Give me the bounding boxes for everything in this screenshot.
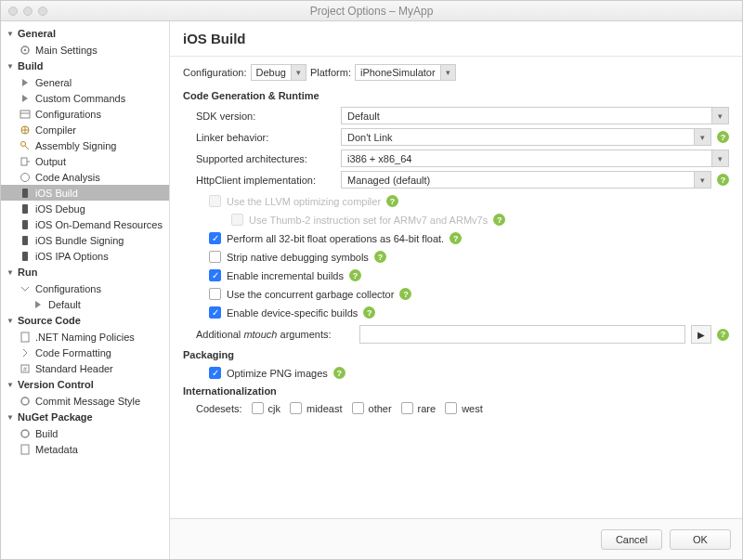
sidebar-item-configurations[interactable]: Configurations	[1, 106, 169, 122]
play-icon	[20, 77, 31, 88]
category-general[interactable]: ▼General	[1, 25, 169, 42]
linker-label: Linker behavior:	[196, 132, 335, 143]
gc-label: Use the concurrent garbage collector	[227, 289, 394, 300]
mtouch-expand-button[interactable]: ▶	[691, 325, 711, 344]
other-checkbox[interactable]	[352, 402, 364, 414]
svg-point-18	[21, 430, 29, 437]
sidebar-item-code-analysis[interactable]: Code Analysis	[1, 169, 169, 185]
svg-rect-11	[22, 220, 28, 229]
mideast-checkbox[interactable]	[290, 402, 302, 414]
sidebar-item-main-settings[interactable]: Main Settings	[1, 42, 169, 58]
chevron-down-icon: ▾	[711, 150, 728, 166]
sidebar-item-custom-commands[interactable]: Custom Commands	[1, 90, 169, 106]
arch-select[interactable]: i386 + x86_64▾	[341, 150, 729, 167]
chevron-down-icon: ▾	[711, 108, 728, 124]
sidebar-item-formatting[interactable]: Code Formatting	[1, 345, 169, 360]
help-icon[interactable]: ?	[349, 269, 361, 281]
ok-button[interactable]: OK	[670, 529, 731, 550]
mtouch-input[interactable]	[359, 325, 685, 344]
compiler-icon	[20, 124, 31, 136]
help-icon[interactable]: ?	[374, 251, 386, 263]
sidebar-item-run-default[interactable]: Default	[1, 296, 169, 312]
category-source-code[interactable]: ▼Source Code	[1, 312, 169, 329]
sidebar-item-naming[interactable]: .NET Naming Policies	[1, 329, 169, 345]
help-icon[interactable]: ?	[717, 174, 729, 186]
sidebar-item-assembly-signing[interactable]: Assembly Signing	[1, 137, 169, 153]
category-nuget[interactable]: ▼NuGet Package	[1, 409, 169, 425]
sdk-label: SDK version:	[196, 111, 335, 122]
gc-checkbox[interactable]	[209, 288, 221, 300]
sidebar-item-nuget-metadata[interactable]: Metadata	[1, 441, 169, 457]
help-icon[interactable]: ?	[399, 288, 411, 300]
sidebar-item-ios-debug[interactable]: iOS Debug	[1, 201, 169, 216]
svg-point-8	[21, 173, 30, 181]
disclosure-icon: ▼	[7, 268, 14, 277]
gear-icon	[20, 396, 31, 407]
doc-icon	[20, 444, 31, 455]
help-icon[interactable]: ?	[333, 367, 345, 379]
sidebar-item-ios-bundle-signing[interactable]: iOS Bundle Signing	[1, 232, 169, 248]
gear-icon	[20, 283, 31, 294]
help-icon[interactable]: ?	[493, 214, 505, 226]
config-label: Configuration:	[183, 67, 247, 78]
svg-rect-7	[21, 158, 27, 165]
section-codegen: Code Generation & Runtime	[183, 90, 729, 101]
sidebar-item-commit[interactable]: Commit Message Style	[1, 393, 169, 409]
sidebar-item-ios-ondemand[interactable]: iOS On-Demand Resources	[1, 216, 169, 232]
help-icon[interactable]: ?	[717, 329, 729, 341]
float-label: Perform all 32-bit float operations as 6…	[227, 233, 444, 244]
close-icon[interactable]	[8, 7, 18, 16]
cancel-button[interactable]: Cancel	[601, 529, 662, 550]
device-checkbox[interactable]	[209, 306, 221, 319]
sidebar-item-nuget-build[interactable]: Build	[1, 425, 169, 441]
category-build[interactable]: ▼Build	[1, 58, 169, 74]
optimize-png-checkbox[interactable]	[209, 367, 221, 379]
float-checkbox[interactable]	[209, 232, 221, 244]
platform-select[interactable]: iPhoneSimulator▾	[355, 64, 456, 81]
help-icon[interactable]: ?	[717, 131, 729, 143]
cjk-checkbox[interactable]	[252, 402, 264, 414]
sidebar-item-build-general[interactable]: General	[1, 74, 169, 90]
incremental-checkbox[interactable]	[209, 269, 221, 281]
window-title: Project Options – MyApp	[1, 5, 742, 18]
disclosure-icon: ▼	[7, 30, 14, 38]
zoom-icon[interactable]	[38, 7, 47, 16]
minimize-icon[interactable]	[23, 7, 33, 16]
llvm-checkbox	[209, 195, 221, 207]
help-icon[interactable]: ?	[450, 232, 462, 244]
category-version-control[interactable]: ▼Version Control	[1, 376, 169, 393]
linker-select[interactable]: Don't Link▾	[341, 128, 711, 146]
window: Project Options – MyApp ▼General Main Se…	[0, 0, 743, 560]
svg-rect-12	[22, 236, 28, 245]
device-icon	[20, 235, 31, 246]
traffic-lights	[8, 7, 47, 16]
analysis-icon	[20, 172, 31, 183]
titlebar: Project Options – MyApp	[1, 1, 742, 21]
sidebar-item-header[interactable]: #Standard Header	[1, 360, 169, 376]
sidebar-item-compiler[interactable]: Compiler	[1, 122, 169, 137]
page-title: iOS Build	[170, 21, 742, 57]
svg-rect-19	[21, 445, 29, 454]
help-icon[interactable]: ?	[363, 306, 375, 319]
sidebar-item-output[interactable]: Output	[1, 153, 169, 169]
disclosure-icon: ▼	[7, 317, 14, 325]
sdk-select[interactable]: Default▾	[341, 107, 729, 124]
rare-checkbox[interactable]	[401, 402, 413, 414]
category-run[interactable]: ▼Run	[1, 264, 169, 280]
help-icon[interactable]: ?	[386, 195, 398, 207]
sidebar-item-ios-ipa[interactable]: iOS IPA Options	[1, 248, 169, 264]
config-select[interactable]: Debug▾	[251, 64, 306, 81]
main-panel: iOS Build Configuration: Debug▾ Platform…	[170, 21, 742, 559]
llvm-label: Use the LLVM optimizing compiler	[227, 196, 381, 207]
sidebar-item-run-configurations[interactable]: Configurations	[1, 280, 169, 296]
svg-line-6	[25, 146, 29, 150]
arch-label: Supported architectures:	[196, 153, 335, 164]
hash-icon: #	[20, 363, 31, 374]
svg-rect-10	[22, 204, 28, 214]
section-i18n: Internationalization	[183, 385, 729, 397]
sidebar-item-ios-build[interactable]: iOS Build	[1, 185, 169, 201]
output-icon	[20, 156, 31, 167]
west-checkbox[interactable]	[445, 402, 457, 414]
strip-checkbox[interactable]	[209, 251, 221, 263]
http-select[interactable]: Managed (default)▾	[341, 171, 711, 189]
